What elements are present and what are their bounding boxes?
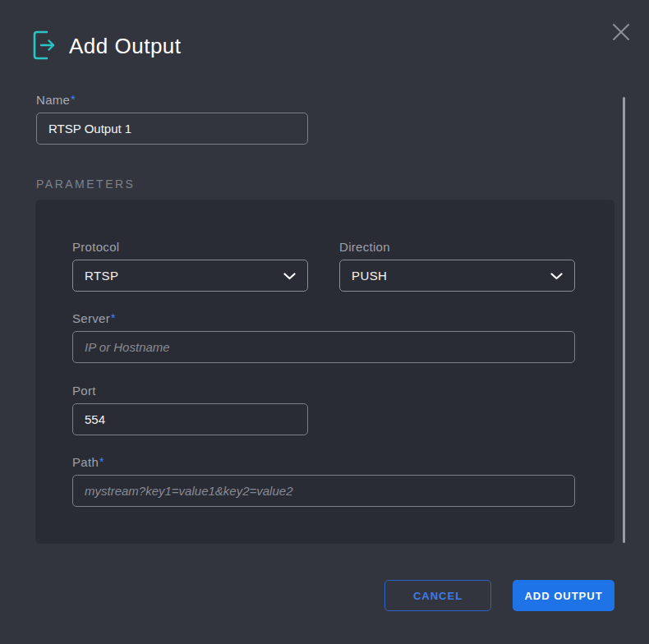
add-output-modal: Add Output Name* PARAMETERS Protocol RTS… bbox=[0, 0, 649, 644]
name-input[interactable] bbox=[36, 113, 308, 145]
required-marker: * bbox=[71, 93, 76, 106]
protocol-select[interactable]: RTSP bbox=[72, 260, 308, 292]
name-label: Name* bbox=[36, 93, 76, 107]
server-label: Server* bbox=[72, 311, 116, 325]
chevron-down-icon bbox=[283, 269, 296, 283]
required-marker: * bbox=[99, 455, 104, 468]
parameters-section-label: PARAMETERS bbox=[36, 177, 135, 191]
direction-value: PUSH bbox=[352, 269, 387, 283]
output-export-icon bbox=[31, 30, 58, 61]
add-output-button[interactable]: ADD OUTPUT bbox=[513, 580, 614, 611]
chevron-down-icon bbox=[550, 269, 563, 283]
protocol-label: Protocol bbox=[72, 240, 119, 254]
close-icon[interactable] bbox=[610, 21, 633, 44]
port-input[interactable] bbox=[72, 403, 308, 435]
path-input[interactable] bbox=[72, 475, 575, 507]
protocol-value: RTSP bbox=[85, 269, 118, 283]
port-label: Port bbox=[72, 384, 96, 398]
parameters-panel: Protocol RTSP Direction PUSH Server* Por… bbox=[35, 200, 614, 544]
server-input[interactable] bbox=[72, 331, 575, 363]
modal-title: Add Output bbox=[69, 34, 182, 59]
direction-select[interactable]: PUSH bbox=[339, 260, 575, 292]
direction-label: Direction bbox=[339, 240, 390, 254]
required-marker: * bbox=[111, 311, 116, 324]
path-label: Path* bbox=[72, 455, 104, 469]
cancel-button[interactable]: CANCEL bbox=[384, 580, 491, 611]
scrollbar[interactable] bbox=[623, 97, 625, 543]
